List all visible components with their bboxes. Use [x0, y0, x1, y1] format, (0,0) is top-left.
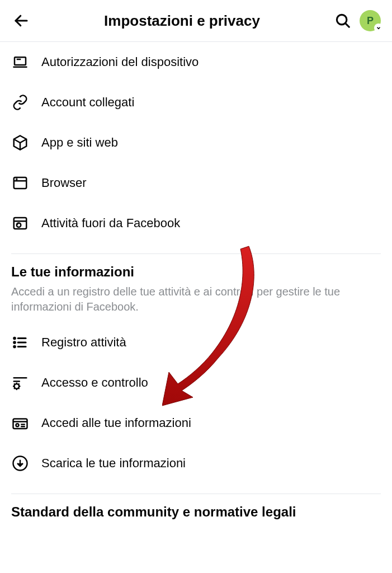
arrow-left-icon: [13, 12, 30, 29]
back-button[interactable]: [11, 11, 31, 31]
download-icon: [11, 454, 29, 472]
menu-item-access-control[interactable]: Accesso e controllo: [0, 363, 392, 403]
divider: [11, 253, 381, 254]
menu-item-download-info[interactable]: Scarica le tue informazioni: [0, 443, 392, 483]
activity-icon: [11, 214, 29, 232]
menu-label: App e siti web: [41, 135, 118, 150]
section-title: Standard della community e normative leg…: [11, 504, 381, 520]
menu-label: Browser: [41, 176, 87, 190]
avatar-initial: P: [367, 15, 374, 27]
svg-point-9: [16, 179, 17, 180]
search-button[interactable]: [333, 11, 353, 31]
svg-point-17: [14, 346, 16, 347]
chevron-down-icon: [374, 24, 383, 32]
menu-item-off-facebook[interactable]: Attività fuori da Facebook: [0, 203, 392, 243]
menu-label: Autorizzazioni del dispositivo: [41, 55, 199, 69]
svg-line-2: [345, 23, 349, 27]
section-your-info: Le tue informazioni Accedi a un registro…: [0, 264, 392, 314]
menu-item-device-auth[interactable]: Autorizzazioni del dispositivo: [0, 42, 392, 82]
menu-item-apps-websites[interactable]: App e siti web: [0, 123, 392, 163]
id-card-icon: [11, 414, 29, 432]
browser-icon: [11, 174, 29, 192]
app-header: Impostazioni e privacy P: [0, 0, 392, 42]
menu-label: Registro attività: [41, 335, 126, 350]
menu-label: Accesso e controllo: [41, 375, 148, 390]
section-community-standards: Standard della community e normative leg…: [0, 504, 392, 520]
svg-point-15: [14, 342, 16, 344]
menu-item-browser[interactable]: Browser: [0, 163, 392, 203]
svg-rect-3: [15, 57, 26, 65]
svg-point-13: [14, 337, 16, 339]
menu-label: Account collegati: [41, 95, 134, 110]
svg-point-24: [16, 424, 19, 426]
menu-item-linked-accounts[interactable]: Account collegati: [0, 82, 392, 123]
search-icon: [334, 12, 351, 29]
settings-list-icon: [11, 374, 29, 392]
menu-label: Attività fuori da Facebook: [41, 216, 180, 231]
cube-icon: [11, 134, 29, 152]
divider: [11, 494, 381, 494]
menu-item-activity-log[interactable]: Registro attività: [0, 322, 392, 363]
menu-item-access-info[interactable]: Accedi alle tue informazioni: [0, 403, 392, 443]
section-title: Le tue informazioni: [11, 264, 381, 280]
link-icon: [11, 93, 29, 111]
page-title: Impostazioni e privacy: [31, 12, 333, 30]
menu-label: Scarica le tue informazioni: [41, 456, 186, 471]
list-icon: [11, 334, 29, 351]
section-description: Accedi a un registro delle tue attività …: [11, 284, 381, 314]
profile-avatar[interactable]: P: [360, 10, 381, 31]
laptop-icon: [11, 53, 29, 71]
menu-label: Accedi alle tue informazioni: [41, 416, 191, 430]
